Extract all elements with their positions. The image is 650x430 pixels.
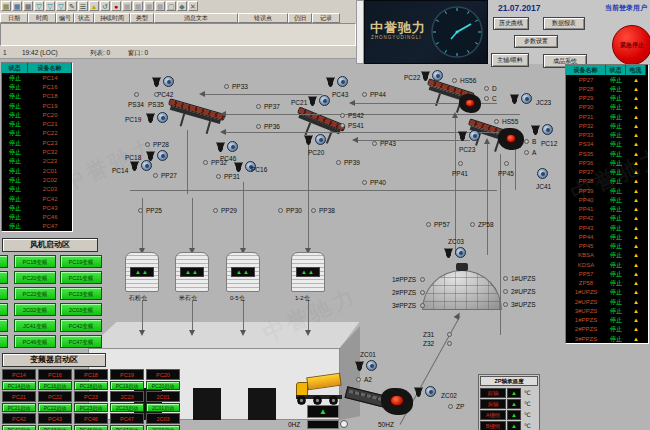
device-row[interactable]: 1#UPZS停止▲	[566, 288, 648, 297]
device-row[interactable]: PP38停止▲	[566, 177, 648, 186]
status-dot[interactable]	[153, 173, 158, 178]
alarm-col-8[interactable]: 仍旧	[288, 13, 312, 23]
starter-start-button[interactable]: PC19启动	[110, 381, 144, 390]
device-row[interactable]: KDSA停止▲	[566, 260, 648, 269]
material-system-button[interactable]: 主辅/喂料	[491, 53, 529, 67]
status-dot[interactable]	[447, 341, 452, 346]
vfd-button[interactable]: JC41变频	[14, 319, 56, 332]
status-dot[interactable]	[503, 276, 508, 281]
fan-icon[interactable]	[318, 95, 331, 107]
device-row[interactable]: PS35停止▲	[566, 149, 648, 158]
vfd-button[interactable]: PC47变频	[60, 335, 102, 348]
device-row[interactable]: 停止PC21	[2, 119, 72, 128]
fan-icon[interactable]	[162, 76, 175, 88]
status-dot[interactable]	[447, 332, 452, 337]
vfd-button-clipped[interactable]	[0, 335, 8, 348]
status-dot[interactable]	[340, 123, 345, 128]
fan-icon[interactable]	[156, 150, 169, 162]
device-row[interactable]: PP37停止▲	[566, 168, 648, 177]
toolbar-icon-1[interactable]: ▦	[12, 1, 22, 11]
fan-icon[interactable]	[314, 134, 327, 146]
device-row[interactable]: KBSA停止▲	[566, 251, 648, 260]
toolbar-icon-17[interactable]: ✕	[188, 1, 198, 11]
fan-icon[interactable]	[156, 112, 169, 124]
status-dot[interactable]	[224, 84, 229, 89]
toolbar-icon-0[interactable]: ▦	[1, 1, 11, 11]
device-row[interactable]: PP28停止▲	[566, 84, 648, 93]
status-dot[interactable]	[138, 208, 143, 213]
starter-start-button[interactable]: 2C03启动	[146, 425, 180, 430]
status-dot[interactable]	[154, 92, 159, 97]
crusher-icon[interactable]	[381, 388, 413, 415]
crusher-icon[interactable]	[459, 94, 481, 113]
toolbar-icon-14[interactable]: ▦	[155, 1, 165, 11]
fan-icon[interactable]	[365, 360, 378, 372]
alarm-col-3[interactable]: 状态	[74, 13, 94, 23]
fan-icon[interactable]	[536, 168, 549, 180]
status-dot[interactable]	[484, 86, 489, 91]
status-dot[interactable]	[256, 104, 261, 109]
status-dot[interactable]	[470, 222, 475, 227]
vfd-button[interactable]: PC20变频	[14, 271, 56, 284]
toolbar-icon-11[interactable]: ▦	[122, 1, 132, 11]
fan-icon[interactable]	[468, 130, 481, 142]
fan-icon[interactable]	[541, 124, 554, 136]
device-row[interactable]: 停止PC18	[2, 92, 72, 101]
device-row[interactable]: PP40停止▲	[566, 195, 648, 204]
toolbar-icon-6[interactable]: ✎	[67, 1, 77, 11]
starter-start-button[interactable]: PC21启动	[2, 403, 36, 412]
device-row[interactable]: 2#UPZS停止▲	[566, 297, 648, 306]
starter-start-button[interactable]: PC18启动	[74, 381, 108, 390]
status-dot[interactable]	[372, 141, 377, 146]
starter-start-button[interactable]: 2C01启动	[146, 403, 180, 412]
hopper-icon[interactable]	[510, 94, 519, 104]
device-row[interactable]: PP33停止▲	[566, 131, 648, 140]
device-row[interactable]: PP32停止▲	[566, 121, 648, 130]
device-row[interactable]: 停止PC42	[2, 194, 72, 203]
starter-start-button[interactable]: PC16启动	[38, 381, 72, 390]
device-row[interactable]: 停止PC19	[2, 101, 72, 110]
vfd-button[interactable]: PC46变频	[14, 335, 56, 348]
toolbar-icon-9[interactable]: ↺	[100, 1, 110, 11]
fan-icon[interactable]	[336, 76, 349, 88]
fan-icon[interactable]	[424, 386, 437, 398]
status-dot[interactable]	[524, 139, 529, 144]
status-dot[interactable]	[256, 124, 261, 129]
starter-start-button[interactable]: PC43启动	[38, 425, 72, 430]
device-row[interactable]: 停止2C01	[2, 166, 72, 175]
starter-start-button[interactable]: 2C23启动	[110, 403, 144, 412]
device-row[interactable]: PP27停止▲	[566, 75, 648, 84]
alarm-col-7[interactable]: 错误点	[238, 13, 288, 23]
status-dot[interactable]	[420, 290, 425, 295]
device-row[interactable]: 3#UPZS停止▲	[566, 306, 648, 315]
device-row[interactable]: 停止2C23	[2, 157, 72, 166]
history-curve-button[interactable]: 历史曲线	[493, 17, 529, 30]
crusher-icon[interactable]	[498, 128, 524, 150]
silo-tank[interactable]: ▲▲	[291, 252, 325, 292]
device-row[interactable]: PP43停止▲	[566, 223, 648, 232]
device-row[interactable]: 停止PC22	[2, 129, 72, 138]
alarm-message-list[interactable]	[0, 23, 356, 46]
device-row[interactable]: ZP58停止▲	[566, 279, 648, 288]
device-row[interactable]: PP45停止▲	[566, 242, 648, 251]
device-row[interactable]: 停止PC14	[2, 73, 72, 82]
device-row[interactable]: 停止PC16	[2, 82, 72, 91]
hopper-icon[interactable]	[146, 113, 155, 123]
alarm-col-2[interactable]: 编号	[56, 13, 74, 23]
device-row[interactable]: 停止PC46	[2, 212, 72, 221]
device-row[interactable]: PP31停止▲	[566, 112, 648, 121]
parameter-settings-button[interactable]: 参数设置	[514, 35, 558, 48]
device-row[interactable]: 停止2C02	[2, 175, 72, 184]
hopper-icon[interactable]	[531, 125, 540, 135]
hopper-icon[interactable]	[444, 248, 453, 258]
starter-start-button[interactable]: PC23启动	[74, 403, 108, 412]
vfd-button[interactable]: 2C02变频	[14, 303, 56, 316]
status-dot[interactable]	[494, 119, 499, 124]
starter-start-button[interactable]: PC22启动	[38, 403, 72, 412]
toolbar-icon-3[interactable]: ▽	[34, 1, 44, 11]
alarm-col-9[interactable]: 记录	[312, 13, 340, 23]
device-row[interactable]: 停止PC20	[2, 110, 72, 119]
toolbar-icon-10[interactable]: ●	[111, 1, 121, 11]
starter-start-button[interactable]: PC20启动	[146, 381, 180, 390]
toolbar-icon-16[interactable]: ◆	[177, 1, 187, 11]
